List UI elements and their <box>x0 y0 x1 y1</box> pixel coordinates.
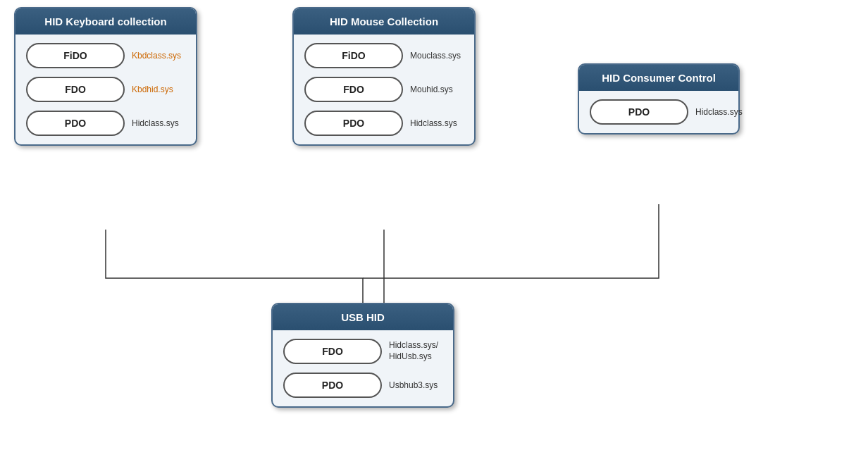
usb-hid-box: USB HID FDO Hidclass.sys/ HidUsb.sys PDO… <box>271 303 454 408</box>
kbd-fdo-label: Kbdhid.sys <box>132 85 173 94</box>
kbd-fido-label: Kbdclass.sys <box>132 51 181 61</box>
cc-pdo-label: Hidclass.sys <box>695 107 743 117</box>
kbd-fido-row: FiDO Kbdclass.sys <box>26 43 185 68</box>
kbd-fido-pill: FiDO <box>26 43 125 68</box>
kbd-pdo-label: Hidclass.sys <box>132 118 179 128</box>
usb-fdo-label: Hidclass.sys/ HidUsb.sys <box>389 340 438 362</box>
diagram-container: HID Keyboard collection FiDO Kbdclass.sy… <box>0 0 868 469</box>
usb-hid-body: FDO Hidclass.sys/ HidUsb.sys PDO Usbhub3… <box>273 330 453 406</box>
mouse-pdo-label: Hidclass.sys <box>410 118 457 128</box>
mouse-fido-row: FiDO Mouclass.sys <box>304 43 464 68</box>
mouse-fdo-pill: FDO <box>304 77 403 102</box>
keyboard-collection-title: HID Keyboard collection <box>16 8 196 35</box>
cc-to-usb-line <box>363 204 659 278</box>
usb-pdo-label: Usbhub3.sys <box>389 380 438 390</box>
kbd-pdo-pill: PDO <box>26 111 125 136</box>
mouse-collection-title: HID Mouse Collection <box>294 8 474 35</box>
keyboard-collection-box: HID Keyboard collection FiDO Kbdclass.sy… <box>14 7 197 146</box>
mouse-fdo-label: Mouhid.sys <box>410 85 453 94</box>
mouse-pdo-row: PDO Hidclass.sys <box>304 111 464 136</box>
kbd-pdo-row: PDO Hidclass.sys <box>26 111 185 136</box>
mouse-pdo-pill: PDO <box>304 111 403 136</box>
kbd-fdo-row: FDO Kbdhid.sys <box>26 77 185 102</box>
keyboard-collection-body: FiDO Kbdclass.sys FDO Kbdhid.sys PDO Hid… <box>16 35 196 144</box>
hid-consumer-box: HID Consumer Control PDO Hidclass.sys <box>578 63 740 135</box>
usb-hid-title: USB HID <box>273 304 453 330</box>
hid-consumer-body: PDO Hidclass.sys <box>579 91 738 133</box>
kbd-fdo-pill: FDO <box>26 77 125 102</box>
mouse-collection-box: HID Mouse Collection FiDO Mouclass.sys F… <box>292 7 476 146</box>
mouse-fido-pill: FiDO <box>304 43 403 68</box>
kbd-to-usb-line <box>106 230 363 303</box>
mouse-collection-body: FiDO Mouclass.sys FDO Mouhid.sys PDO Hid… <box>294 35 474 144</box>
mouse-fido-label: Mouclass.sys <box>410 51 461 61</box>
hid-consumer-title: HID Consumer Control <box>579 65 738 91</box>
usb-pdo-pill: PDO <box>283 373 382 398</box>
usb-fdo-row: FDO Hidclass.sys/ HidUsb.sys <box>283 339 442 364</box>
mouse-fdo-row: FDO Mouhid.sys <box>304 77 464 102</box>
cc-pdo-pill: PDO <box>590 99 688 125</box>
usb-pdo-row: PDO Usbhub3.sys <box>283 373 442 398</box>
usb-fdo-pill: FDO <box>283 339 382 364</box>
cc-pdo-row: PDO Hidclass.sys <box>590 99 728 125</box>
